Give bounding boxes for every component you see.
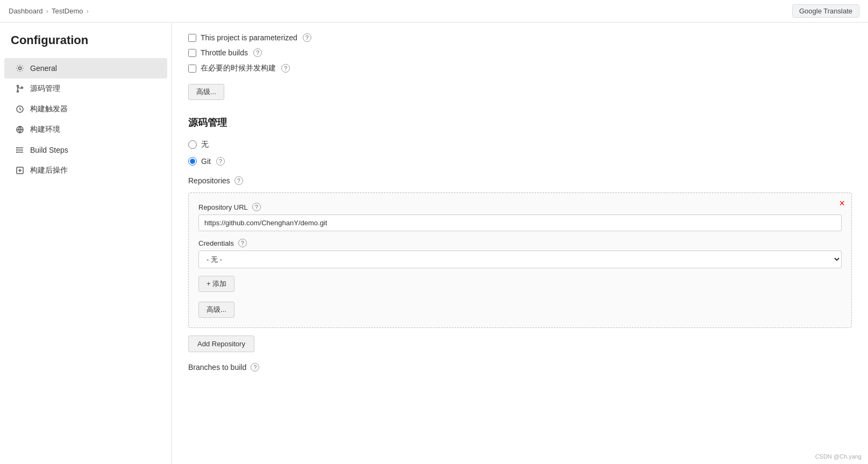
breadcrumb-testdemo[interactable]: TestDemo (52, 7, 83, 15)
source-management-title: 源码管理 (188, 116, 852, 129)
breadcrumb-dashboard[interactable]: Dashboard (9, 7, 43, 15)
gear-icon (15, 63, 25, 73)
svg-point-2 (17, 91, 19, 92)
throttle-row: Throttle builds ? (188, 48, 852, 57)
scm-git-label: Git (201, 157, 211, 166)
project-options: This project is parameterized ? Throttle… (188, 33, 852, 73)
source-management-section: 源码管理 无 Git ? Repositories ? × (188, 116, 852, 372)
breadcrumb: Dashboard › TestDemo › (9, 7, 89, 15)
footer-note: CSDN @Ch.yang (815, 453, 862, 460)
svg-rect-7 (16, 149, 17, 151)
sidebar-item-build-steps-label: Build Steps (30, 146, 68, 154)
breadcrumb-sep-2: › (86, 7, 88, 15)
scm-git-radio[interactable] (188, 157, 197, 166)
sidebar: Configuration General 源码管理 (0, 23, 172, 464)
sidebar-item-general[interactable]: General (4, 58, 167, 78)
scm-none-row: 无 (188, 140, 852, 149)
repo-url-label: Repository URL ? (198, 203, 842, 211)
credentials-help-icon[interactable]: ? (238, 239, 247, 247)
parameterized-label: This project is parameterized (201, 33, 297, 42)
list-icon (15, 145, 25, 155)
branches-label-text: Branches to build (188, 363, 246, 372)
branches-help-icon[interactable]: ? (251, 363, 259, 372)
sidebar-item-general-label: General (30, 64, 57, 73)
concurrent-help-icon[interactable]: ? (281, 64, 290, 73)
scm-none-label: 无 (201, 140, 209, 149)
scm-none-radio[interactable] (188, 140, 197, 149)
credentials-select[interactable]: - 无 - (198, 251, 842, 268)
sidebar-item-env-label: 构建环境 (30, 125, 60, 134)
sidebar-item-triggers-label: 构建触发器 (30, 104, 68, 114)
sidebar-item-source-label: 源码管理 (30, 84, 60, 94)
advanced-repo-button[interactable]: 高级... (198, 302, 234, 318)
git-help-icon[interactable]: ? (216, 157, 225, 166)
parameterized-checkbox[interactable] (188, 34, 196, 42)
main-content: This project is parameterized ? Throttle… (172, 23, 868, 464)
add-repository-button[interactable]: Add Repository (188, 335, 254, 352)
svg-rect-8 (16, 152, 17, 153)
clock-icon (15, 104, 25, 114)
throttle-help-icon[interactable]: ? (253, 48, 262, 57)
advanced-button[interactable]: 高级... (188, 84, 224, 100)
page-layout: Configuration General 源码管理 (0, 23, 868, 464)
sidebar-title: Configuration (0, 33, 172, 58)
sidebar-item-build-steps[interactable]: Build Steps (4, 140, 167, 160)
scm-git-row: Git ? (188, 157, 852, 166)
svg-point-0 (19, 67, 22, 70)
parameterized-row: This project is parameterized ? (188, 33, 852, 42)
throttle-checkbox[interactable] (188, 49, 196, 57)
concurrent-checkbox[interactable] (188, 65, 196, 73)
globe-icon (15, 125, 25, 134)
breadcrumb-sep-1: › (46, 7, 48, 15)
throttle-label: Throttle builds (201, 48, 248, 57)
topbar: Dashboard › TestDemo › Google Translate (0, 0, 868, 23)
sidebar-item-triggers[interactable]: 构建触发器 (4, 99, 167, 119)
google-translate-button[interactable]: Google Translate (792, 4, 859, 18)
branch-icon (15, 84, 25, 94)
sidebar-item-source[interactable]: 源码管理 (4, 78, 167, 99)
repository-box: × Repository URL ? Credentials ? - 无 - +… (188, 192, 852, 328)
sidebar-item-post-build-label: 构建后操作 (30, 166, 68, 175)
repo-url-help-icon[interactable]: ? (252, 203, 261, 211)
svg-point-1 (17, 85, 19, 87)
repositories-label: Repositories ? (188, 176, 852, 185)
concurrent-row: 在必要的时候并发构建 ? (188, 63, 852, 73)
box-icon (15, 166, 25, 175)
add-credentials-button[interactable]: + 添加 (198, 276, 234, 292)
repo-close-button[interactable]: × (839, 198, 845, 208)
credentials-label: Credentials ? (198, 239, 842, 247)
repo-url-input[interactable] (198, 215, 842, 231)
repositories-help-icon[interactable]: ? (234, 176, 243, 185)
svg-rect-6 (16, 147, 17, 148)
sidebar-item-post-build[interactable]: 构建后操作 (4, 160, 167, 181)
scm-radio-group: 无 Git ? (188, 140, 852, 166)
concurrent-label: 在必要的时候并发构建 (201, 63, 276, 73)
parameterized-help-icon[interactable]: ? (303, 33, 311, 42)
sidebar-item-env[interactable]: 构建环境 (4, 119, 167, 140)
branches-label-row: Branches to build ? (188, 363, 852, 372)
